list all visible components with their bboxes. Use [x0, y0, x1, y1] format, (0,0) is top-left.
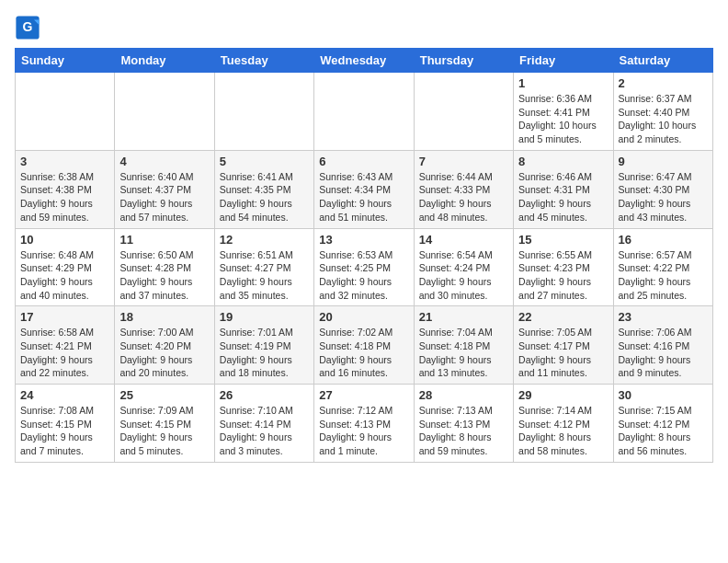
day-number: 19: [220, 310, 309, 324]
calendar-cell: 7Sunrise: 6:44 AM Sunset: 4:33 PM Daylig…: [414, 150, 513, 228]
weekday-row: SundayMondayTuesdayWednesdayThursdayFrid…: [16, 49, 713, 73]
calendar-week-4: 17Sunrise: 6:58 AM Sunset: 4:21 PM Dayli…: [16, 306, 713, 385]
calendar-cell: [314, 73, 414, 151]
day-info: Sunrise: 6:43 AM Sunset: 4:34 PM Dayligh…: [319, 170, 408, 224]
day-info: Sunrise: 7:08 AM Sunset: 4:15 PM Dayligh…: [20, 404, 109, 458]
day-info: Sunrise: 7:04 AM Sunset: 4:18 PM Dayligh…: [419, 326, 508, 380]
day-number: 8: [518, 155, 608, 168]
day-number: 17: [20, 310, 109, 324]
day-number: 5: [220, 155, 309, 168]
calendar-cell: 2Sunrise: 6:37 AM Sunset: 4:40 PM Daylig…: [613, 73, 712, 151]
calendar-week-1: 1Sunrise: 6:36 AM Sunset: 4:41 PM Daylig…: [16, 73, 713, 151]
day-info: Sunrise: 7:02 AM Sunset: 4:18 PM Dayligh…: [319, 326, 408, 380]
weekday-header-sunday: Sunday: [16, 49, 115, 73]
calendar-cell: 29Sunrise: 7:14 AM Sunset: 4:12 PM Dayli…: [514, 385, 613, 463]
calendar-cell: 11Sunrise: 6:50 AM Sunset: 4:28 PM Dayli…: [115, 228, 214, 306]
day-info: Sunrise: 6:41 AM Sunset: 4:35 PM Dayligh…: [220, 170, 309, 224]
day-number: 20: [319, 310, 408, 324]
calendar-cell: 20Sunrise: 7:02 AM Sunset: 4:18 PM Dayli…: [314, 306, 414, 385]
day-info: Sunrise: 7:00 AM Sunset: 4:20 PM Dayligh…: [119, 326, 209, 380]
day-info: Sunrise: 6:37 AM Sunset: 4:40 PM Dayligh…: [619, 92, 708, 146]
day-number: 26: [220, 388, 309, 402]
day-number: 23: [619, 310, 708, 324]
day-number: 11: [119, 233, 209, 247]
day-number: 4: [119, 155, 209, 168]
calendar-table: SundayMondayTuesdayWednesdayThursdayFrid…: [15, 48, 713, 463]
day-number: 15: [518, 233, 608, 247]
calendar-cell: 21Sunrise: 7:04 AM Sunset: 4:18 PM Dayli…: [414, 306, 513, 385]
calendar-cell: 28Sunrise: 7:13 AM Sunset: 4:13 PM Dayli…: [414, 385, 513, 463]
calendar-cell: 10Sunrise: 6:48 AM Sunset: 4:29 PM Dayli…: [16, 228, 115, 306]
day-number: 16: [619, 233, 708, 247]
day-info: Sunrise: 7:13 AM Sunset: 4:13 PM Dayligh…: [419, 404, 508, 458]
day-info: Sunrise: 7:01 AM Sunset: 4:19 PM Dayligh…: [220, 326, 309, 380]
day-number: 21: [419, 310, 508, 324]
day-number: 7: [419, 155, 508, 168]
day-info: Sunrise: 7:12 AM Sunset: 4:13 PM Dayligh…: [319, 404, 408, 458]
day-number: 6: [319, 155, 408, 168]
day-info: Sunrise: 6:58 AM Sunset: 4:21 PM Dayligh…: [20, 326, 109, 380]
calendar-cell: 3Sunrise: 6:38 AM Sunset: 4:38 PM Daylig…: [16, 150, 115, 228]
svg-text:G: G: [23, 19, 33, 34]
day-info: Sunrise: 6:36 AM Sunset: 4:41 PM Dayligh…: [518, 92, 608, 146]
day-number: 18: [119, 310, 209, 324]
day-info: Sunrise: 6:50 AM Sunset: 4:28 PM Dayligh…: [119, 248, 209, 303]
day-number: 14: [419, 233, 508, 247]
day-info: Sunrise: 6:55 AM Sunset: 4:23 PM Dayligh…: [518, 248, 608, 303]
day-number: 12: [220, 233, 309, 247]
day-info: Sunrise: 6:47 AM Sunset: 4:30 PM Dayligh…: [619, 170, 708, 224]
calendar-cell: 14Sunrise: 6:54 AM Sunset: 4:24 PM Dayli…: [414, 228, 513, 306]
logo-icon: G: [15, 15, 40, 40]
calendar-cell: 30Sunrise: 7:15 AM Sunset: 4:12 PM Dayli…: [613, 385, 712, 463]
day-number: 3: [20, 155, 109, 168]
calendar-cell: [414, 73, 513, 151]
calendar-cell: 19Sunrise: 7:01 AM Sunset: 4:19 PM Dayli…: [214, 306, 313, 385]
day-info: Sunrise: 6:46 AM Sunset: 4:31 PM Dayligh…: [518, 170, 608, 224]
day-info: Sunrise: 6:51 AM Sunset: 4:27 PM Dayligh…: [220, 248, 309, 303]
day-number: 30: [619, 388, 708, 402]
day-info: Sunrise: 6:38 AM Sunset: 4:38 PM Dayligh…: [20, 170, 109, 224]
calendar-cell: 8Sunrise: 6:46 AM Sunset: 4:31 PM Daylig…: [514, 150, 613, 228]
day-info: Sunrise: 7:14 AM Sunset: 4:12 PM Dayligh…: [518, 404, 608, 458]
page-container: G SundayMondayTuesdayWednesdayThursdayFr…: [15, 15, 713, 463]
calendar-cell: 26Sunrise: 7:10 AM Sunset: 4:14 PM Dayli…: [214, 385, 313, 463]
day-number: 27: [319, 388, 408, 402]
day-info: Sunrise: 6:54 AM Sunset: 4:24 PM Dayligh…: [419, 248, 508, 303]
calendar-cell: 1Sunrise: 6:36 AM Sunset: 4:41 PM Daylig…: [514, 73, 613, 151]
day-info: Sunrise: 7:09 AM Sunset: 4:15 PM Dayligh…: [119, 404, 209, 458]
day-number: 28: [419, 388, 508, 402]
day-info: Sunrise: 6:48 AM Sunset: 4:29 PM Dayligh…: [20, 248, 109, 303]
calendar-cell: 22Sunrise: 7:05 AM Sunset: 4:17 PM Dayli…: [514, 306, 613, 385]
calendar-cell: 24Sunrise: 7:08 AM Sunset: 4:15 PM Dayli…: [16, 385, 115, 463]
calendar-week-5: 24Sunrise: 7:08 AM Sunset: 4:15 PM Dayli…: [16, 385, 713, 463]
weekday-header-thursday: Thursday: [414, 49, 513, 73]
calendar-cell: 23Sunrise: 7:06 AM Sunset: 4:16 PM Dayli…: [613, 306, 712, 385]
calendar-cell: 27Sunrise: 7:12 AM Sunset: 4:13 PM Dayli…: [314, 385, 414, 463]
weekday-header-monday: Monday: [115, 49, 214, 73]
day-info: Sunrise: 7:06 AM Sunset: 4:16 PM Dayligh…: [619, 326, 708, 380]
day-info: Sunrise: 7:15 AM Sunset: 4:12 PM Dayligh…: [619, 404, 708, 458]
header: G: [15, 15, 713, 40]
day-number: 1: [518, 76, 608, 90]
day-number: 10: [20, 233, 109, 247]
calendar-cell: 25Sunrise: 7:09 AM Sunset: 4:15 PM Dayli…: [115, 385, 214, 463]
day-info: Sunrise: 7:05 AM Sunset: 4:17 PM Dayligh…: [518, 326, 608, 380]
weekday-header-friday: Friday: [514, 49, 613, 73]
calendar-cell: 18Sunrise: 7:00 AM Sunset: 4:20 PM Dayli…: [115, 306, 214, 385]
day-number: 29: [518, 388, 608, 402]
calendar-week-2: 3Sunrise: 6:38 AM Sunset: 4:38 PM Daylig…: [16, 150, 713, 228]
weekday-header-saturday: Saturday: [613, 49, 712, 73]
day-info: Sunrise: 6:57 AM Sunset: 4:22 PM Dayligh…: [619, 248, 708, 303]
calendar-cell: 13Sunrise: 6:53 AM Sunset: 4:25 PM Dayli…: [314, 228, 414, 306]
calendar-cell: 4Sunrise: 6:40 AM Sunset: 4:37 PM Daylig…: [115, 150, 214, 228]
calendar-header: SundayMondayTuesdayWednesdayThursdayFrid…: [16, 49, 713, 73]
day-number: 13: [319, 233, 408, 247]
calendar-cell: 6Sunrise: 6:43 AM Sunset: 4:34 PM Daylig…: [314, 150, 414, 228]
calendar-cell: 5Sunrise: 6:41 AM Sunset: 4:35 PM Daylig…: [214, 150, 313, 228]
day-info: Sunrise: 7:10 AM Sunset: 4:14 PM Dayligh…: [220, 404, 309, 458]
calendar-cell: 15Sunrise: 6:55 AM Sunset: 4:23 PM Dayli…: [514, 228, 613, 306]
day-number: 24: [20, 388, 109, 402]
day-info: Sunrise: 6:53 AM Sunset: 4:25 PM Dayligh…: [319, 248, 408, 303]
calendar-week-3: 10Sunrise: 6:48 AM Sunset: 4:29 PM Dayli…: [16, 228, 713, 306]
calendar-cell: [16, 73, 115, 151]
